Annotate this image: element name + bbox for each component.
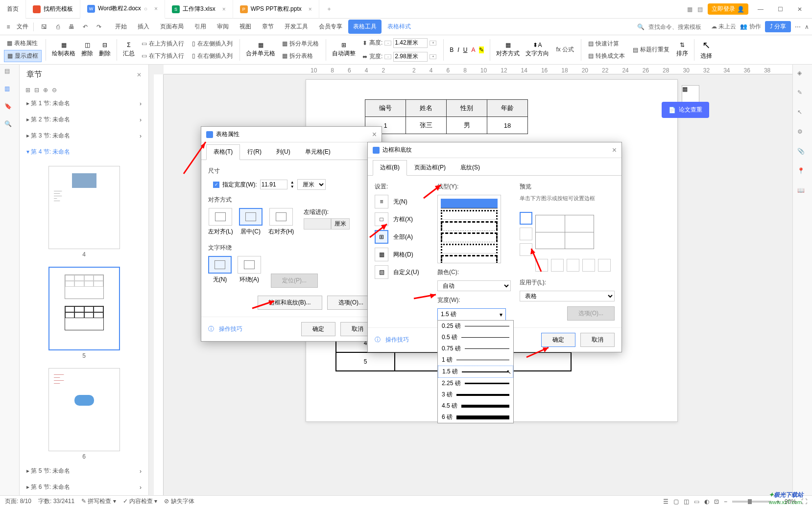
menu-chapter[interactable]: 章节 bbox=[257, 20, 279, 34]
summary-icon[interactable]: Σ bbox=[127, 42, 130, 48]
menu-view[interactable]: 视图 bbox=[235, 20, 256, 34]
content-check[interactable]: ✓ 内容检查 ▾ bbox=[123, 497, 158, 506]
word-count[interactable]: 字数: 33/2411 bbox=[38, 497, 74, 506]
width-opt[interactable]: 4.5 磅 bbox=[438, 400, 513, 412]
width-opt[interactable]: 6 磅 bbox=[438, 412, 513, 423]
view-outline-icon[interactable]: ☰ bbox=[663, 498, 669, 505]
pv-diag2[interactable] bbox=[598, 259, 611, 272]
dlg2-options-button[interactable]: 选项(O)... bbox=[567, 306, 615, 321]
menu-start[interactable]: 开始 bbox=[110, 20, 132, 34]
tips-link[interactable]: 操作技巧 bbox=[385, 336, 409, 344]
undo-icon[interactable]: ↶ bbox=[80, 22, 91, 32]
maximize-button[interactable]: ☐ bbox=[773, 2, 788, 16]
layout-icon[interactable]: ▦ bbox=[687, 6, 693, 13]
line-dotted[interactable] bbox=[441, 210, 498, 220]
rb-settings-icon[interactable]: ⚙ bbox=[797, 128, 808, 139]
dlg2-tab-page[interactable]: 页面边框(P) bbox=[407, 160, 453, 175]
th-age[interactable]: 年龄 bbox=[487, 100, 528, 117]
more-icon[interactable]: ⋯ bbox=[795, 23, 801, 30]
th-gender[interactable]: 性别 bbox=[447, 100, 487, 117]
select-icon[interactable]: ↖ bbox=[702, 39, 711, 51]
dlg2-cancel-button[interactable]: 取消 bbox=[580, 333, 615, 347]
rb-pen-icon[interactable]: ✎ bbox=[797, 89, 808, 100]
nav-section-5[interactable]: ▸ 第 5 节: 未命名› bbox=[20, 463, 148, 479]
rb-book-icon[interactable]: 📖 bbox=[797, 187, 808, 198]
wrap-none[interactable] bbox=[208, 256, 232, 274]
autofit-icon[interactable]: ⊞ bbox=[341, 42, 346, 48]
border-custom[interactable]: ▧ bbox=[375, 265, 388, 279]
highlight-button[interactable]: ✎ bbox=[479, 46, 484, 53]
align-left[interactable] bbox=[209, 208, 232, 226]
th-name[interactable]: 姓名 bbox=[406, 100, 447, 117]
dlg1-tab-col[interactable]: 列(U) bbox=[269, 144, 298, 160]
paper-check-badge[interactable]: 📄论文查重 bbox=[662, 102, 709, 118]
collapse-ribbon-icon[interactable]: ∧ bbox=[805, 23, 809, 30]
menu-vip[interactable]: 会员专享 bbox=[314, 20, 347, 34]
border-all[interactable]: ⊞ bbox=[375, 230, 388, 244]
dlg1-ok-button[interactable]: 确定 bbox=[301, 322, 335, 336]
spec-width-checkbox[interactable]: ✓ bbox=[213, 182, 219, 188]
width-opt[interactable]: 0.75 磅 bbox=[438, 343, 513, 354]
view-web-icon[interactable]: ◫ bbox=[684, 498, 689, 505]
dlg1-tab-cell[interactable]: 单元格(E) bbox=[298, 144, 338, 160]
width-opt[interactable]: 2.25 磅 bbox=[438, 378, 513, 389]
tips-link[interactable]: 操作技巧 bbox=[219, 325, 242, 333]
menu-ref[interactable]: 引用 bbox=[190, 20, 211, 34]
border-box[interactable]: □ bbox=[375, 212, 388, 226]
dlg2-close[interactable]: × bbox=[612, 146, 617, 155]
page-indicator[interactable]: 页面: 8/10 bbox=[5, 497, 31, 506]
width-unit-select[interactable]: 厘米 bbox=[297, 179, 326, 190]
line-dashdot[interactable] bbox=[441, 232, 498, 242]
width-value-input[interactable] bbox=[260, 180, 287, 189]
nav-close-icon[interactable]: ✕ bbox=[137, 71, 142, 78]
print-icon[interactable]: 🖶 bbox=[66, 22, 77, 32]
spin-down[interactable]: - bbox=[384, 54, 391, 59]
menu-insert[interactable]: 插入 bbox=[133, 20, 154, 34]
height-input[interactable] bbox=[393, 38, 428, 48]
fit-icon[interactable]: ⊡ bbox=[714, 498, 719, 505]
minimize-button[interactable]: — bbox=[753, 2, 768, 16]
nav-section-6[interactable]: ▸ 第 6 节: 未命名› bbox=[20, 479, 148, 495]
tab-new[interactable]: ＋ bbox=[319, 0, 339, 19]
line-double[interactable] bbox=[441, 255, 498, 263]
spin-up[interactable]: + bbox=[430, 54, 436, 59]
align-icon[interactable]: ▦ bbox=[505, 42, 511, 48]
close-window-button[interactable]: ✕ bbox=[792, 2, 807, 16]
spell-check[interactable]: ✎ 拼写检查 ▾ bbox=[81, 497, 116, 506]
nav-search-icon[interactable]: 🔍 bbox=[4, 120, 15, 131]
align-center[interactable] bbox=[239, 208, 263, 226]
rb-diamond-icon[interactable]: ◈ bbox=[797, 69, 808, 80]
pv-mid-v[interactable] bbox=[567, 259, 579, 272]
menu-tabletools[interactable]: 表格工具 bbox=[348, 20, 382, 34]
page-thumb-6[interactable]: ━━━━━━━━━━━━━━━━━━━━━━━━━━━━━━━━ bbox=[48, 368, 120, 451]
border-none[interactable]: ≡ bbox=[375, 195, 388, 208]
repeat-header-button[interactable]: ▤ 标题行重复 bbox=[630, 44, 672, 55]
nav-expand-icon[interactable]: ⊞ bbox=[25, 87, 30, 93]
dlg2-tab-shading[interactable]: 底纹(S) bbox=[453, 160, 487, 175]
tab-doc-ppt[interactable]: P WPS PPT教程.pptx × bbox=[233, 0, 319, 19]
indent-input[interactable] bbox=[304, 218, 331, 230]
width-input[interactable] bbox=[393, 52, 428, 62]
menu-layout[interactable]: 页面布局 bbox=[155, 20, 189, 34]
tab-templates[interactable]: 找稻壳模板 bbox=[26, 0, 80, 19]
dark-mode-icon[interactable]: ◐ bbox=[704, 498, 709, 505]
line-solid[interactable] bbox=[441, 199, 498, 208]
line-dashed[interactable] bbox=[441, 221, 498, 231]
width-select[interactable]: 1.5 磅▾ bbox=[437, 308, 506, 321]
italic-button[interactable]: I bbox=[457, 46, 459, 53]
nav-add-icon[interactable]: ⊕ bbox=[43, 87, 48, 93]
insert-col-left-button[interactable]: ▯ 在左侧插入列 bbox=[189, 38, 236, 49]
width-opt-selected[interactable]: 1.5 磅↖ bbox=[438, 366, 513, 378]
tab-doc-xlsx[interactable]: S 工作簿3.xlsx × bbox=[165, 0, 233, 19]
dlg2-tab-border[interactable]: 边框(B) bbox=[373, 160, 407, 176]
pv-bottom[interactable] bbox=[520, 243, 532, 256]
rb-cursor-icon[interactable]: ↖ bbox=[797, 109, 808, 119]
nav-section-2[interactable]: ▸ 第 2 节: 未命名› bbox=[20, 112, 148, 128]
cell[interactable]: 男 bbox=[447, 117, 487, 134]
menu-review[interactable]: 审阅 bbox=[212, 20, 234, 34]
dlg2-ok-button[interactable]: 确定 bbox=[541, 333, 575, 347]
pv-mid-h[interactable] bbox=[520, 228, 532, 240]
zoom-out[interactable]: − bbox=[724, 498, 727, 505]
data-table[interactable]: 编号姓名性别年龄 1张三男18 bbox=[365, 99, 528, 134]
grid-icon[interactable]: ▤ bbox=[697, 6, 703, 13]
